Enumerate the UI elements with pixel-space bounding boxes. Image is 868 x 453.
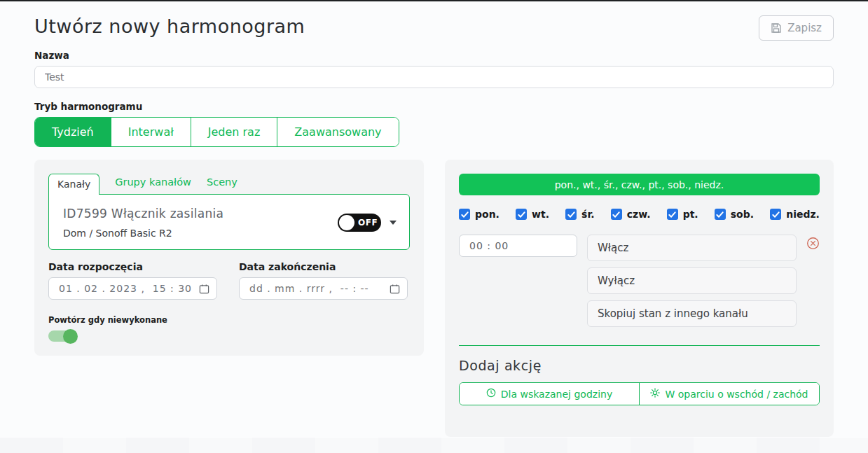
day-checkbox-wed[interactable]: śr. [565, 209, 595, 220]
day-checkbox-fri[interactable]: pt. [667, 209, 698, 220]
retry-label: Powtórz gdy niewykonane [48, 315, 410, 325]
day-label: wt. [532, 209, 549, 220]
day-label: pt. [683, 209, 698, 220]
save-button-label: Zapisz [787, 22, 822, 34]
checkbox-checked-icon [516, 209, 527, 220]
start-date-field: Data rozpoczęcia [48, 261, 217, 300]
sun-icon [650, 388, 660, 400]
save-button[interactable]: Zapisz [759, 15, 834, 41]
channel-info: ID7599 Włącznik zasilania Dom / Sonoff B… [63, 207, 223, 239]
selected-days-summary[interactable]: pon., wt., śr., czw., pt., sob., niedz. [459, 174, 820, 195]
channel-state-toggle[interactable]: OFF [338, 214, 381, 232]
cards-row: Kanały Grupy kanałów Sceny ID7599 Włączn… [34, 160, 834, 437]
day-checkbox-sun[interactable]: niedz. [770, 209, 820, 220]
toggle-state-label: OFF [358, 218, 378, 228]
add-action-sunrise-label: W oparciu o wschód / zachód [665, 389, 808, 400]
calendar-icon[interactable] [390, 284, 400, 294]
clock-icon [486, 388, 496, 400]
end-date-label: Data zakończenia [239, 261, 408, 272]
add-action-buttons: Dla wskazanej godziny W oparciu o wschód… [459, 382, 820, 405]
tab-channel-groups[interactable]: Grupy kanałów [115, 176, 191, 194]
page-title: Utwórz nowy harmonogram [34, 15, 305, 37]
day-label: śr. [581, 209, 595, 220]
tab-channels[interactable]: Kanały [48, 174, 99, 195]
action-row: Włącz Wyłącz Skopiuj stan z innego kanał… [459, 235, 820, 327]
divider [459, 345, 820, 346]
week-schedule-card: pon., wt., śr., czw., pt., sob., niedz. … [445, 160, 834, 437]
start-date-input[interactable] [59, 283, 199, 294]
mode-tab-interval[interactable]: Interwał [111, 118, 191, 146]
calendar-icon[interactable] [199, 284, 209, 294]
subject-card: Kanały Grupy kanałów Sceny ID7599 Włączn… [34, 160, 424, 356]
channel-location: Dom / Sonoff Basic R2 [63, 228, 223, 239]
day-checkbox-thu[interactable]: czw. [611, 209, 651, 220]
end-date-input-wrap [239, 277, 408, 300]
mode-tab-once[interactable]: Jeden raz [191, 118, 277, 146]
day-checkbox-mon[interactable]: pon. [459, 209, 500, 220]
delete-action-wrap [806, 235, 820, 327]
retry-toggle-knob [63, 329, 78, 344]
channel-caption: ID7599 Włącznik zasilania [63, 207, 223, 221]
mode-tab-advanced[interactable]: Zaawansowany [277, 118, 398, 146]
day-label: pon. [475, 209, 500, 220]
day-label: sob. [731, 209, 754, 220]
chevron-down-icon[interactable] [390, 221, 397, 225]
floppy-disk-icon [771, 22, 782, 34]
page-header: Utwórz nowy harmonogram Zapisz [34, 15, 834, 41]
dates-row: Data rozpoczęcia Data zakończenia [48, 261, 410, 300]
end-date-field: Data zakończenia [239, 261, 408, 300]
name-input[interactable] [34, 66, 834, 88]
tab-scenes[interactable]: Sceny [207, 176, 237, 194]
subject-tabs: Kanały Grupy kanałów Sceny [48, 174, 410, 194]
action-turn-off-button[interactable]: Wyłącz [587, 267, 797, 294]
checkbox-checked-icon [770, 209, 781, 220]
mode-tab-week[interactable]: Tydzień [35, 118, 111, 146]
channel-controls: OFF [338, 214, 397, 232]
add-action-time-label: Dla wskazanej godziny [501, 389, 612, 400]
mode-label: Tryb harmonogramu [34, 101, 834, 112]
circle-x-icon[interactable] [806, 237, 820, 250]
name-label: Nazwa [34, 50, 834, 61]
days-row: pon. wt. śr. czw. pt. [459, 209, 820, 220]
action-options: Włącz Wyłącz Skopiuj stan z innego kanał… [587, 235, 797, 327]
toggle-knob [339, 215, 354, 230]
day-label: niedz. [786, 209, 820, 220]
add-action-title: Dodaj akcję [459, 358, 820, 373]
time-input[interactable] [459, 235, 577, 257]
action-turn-on-button[interactable]: Włącz [587, 235, 797, 261]
selected-channel-card[interactable]: ID7599 Włącznik zasilania Dom / Sonoff B… [48, 194, 410, 250]
checkbox-checked-icon [611, 209, 622, 220]
day-checkbox-tue[interactable]: wt. [516, 209, 549, 220]
start-date-input-wrap [48, 277, 217, 300]
checkbox-checked-icon [667, 209, 678, 220]
action-copy-state-button[interactable]: Skopiuj stan z innego kanału [587, 300, 797, 327]
checkbox-checked-icon [715, 209, 726, 220]
checkbox-checked-icon [459, 209, 470, 220]
main-container: Utwórz nowy harmonogram Zapisz Nazwa Try… [0, 1, 868, 437]
start-date-label: Data rozpoczęcia [48, 261, 217, 272]
footer-strip [0, 437, 868, 453]
checkbox-checked-icon [565, 209, 577, 220]
add-action-sunrise-button[interactable]: W oparciu o wschód / zachód [639, 383, 819, 405]
retry-toggle[interactable] [48, 330, 76, 342]
end-date-input[interactable] [249, 283, 390, 294]
day-checkbox-sat[interactable]: sob. [715, 209, 754, 220]
mode-tabs: Tydzień Interwał Jeden raz Zaawansowany [34, 117, 399, 147]
add-action-time-button[interactable]: Dla wskazanej godziny [460, 383, 639, 405]
day-label: czw. [627, 209, 651, 220]
